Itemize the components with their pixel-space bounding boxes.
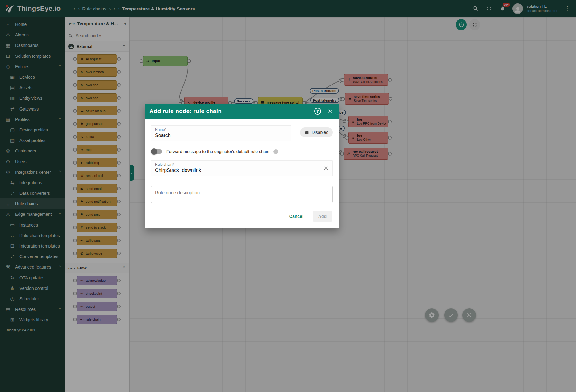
name-field: Name*: [151, 125, 291, 141]
dialog-body: Name* Disabled Forward message to the or…: [145, 119, 339, 203]
rule-chain-field: Rule chain*: [151, 160, 333, 176]
cancel-button[interactable]: Cancel: [287, 211, 305, 221]
forward-message-toggle[interactable]: [152, 149, 162, 154]
description-field: [151, 186, 333, 203]
rule-chain-input[interactable]: [155, 168, 311, 173]
debug-mode-label: Disabled: [312, 130, 328, 135]
debug-mode-button[interactable]: Disabled: [300, 127, 333, 137]
close-icon: [327, 108, 333, 114]
dialog-footer: Cancel Add: [145, 203, 339, 228]
info-icon: [273, 149, 278, 154]
description-textarea[interactable]: [151, 186, 332, 202]
bug-icon: [304, 130, 309, 135]
dialog-header: Add rule node: rule chain ?: [145, 104, 339, 119]
rule-chain-field-label: Rule chain*: [155, 162, 329, 167]
help-icon[interactable]: ?: [314, 108, 321, 115]
forward-message-label: Forward message to the originator's defa…: [166, 149, 269, 154]
toggle-thumb: [151, 148, 157, 155]
name-input[interactable]: [155, 133, 274, 138]
dialog-title: Add rule node: rule chain: [149, 108, 222, 115]
dialog-close-button[interactable]: [327, 108, 333, 114]
add-rule-node-dialog: Add rule node: rule chain ? Name* Disabl…: [145, 104, 339, 228]
name-field-label: Name*: [155, 127, 287, 132]
resize-handle[interactable]: [329, 199, 332, 202]
close-icon: [323, 165, 329, 171]
clear-rule-chain-button[interactable]: [323, 165, 329, 171]
add-button[interactable]: Add: [313, 211, 332, 222]
